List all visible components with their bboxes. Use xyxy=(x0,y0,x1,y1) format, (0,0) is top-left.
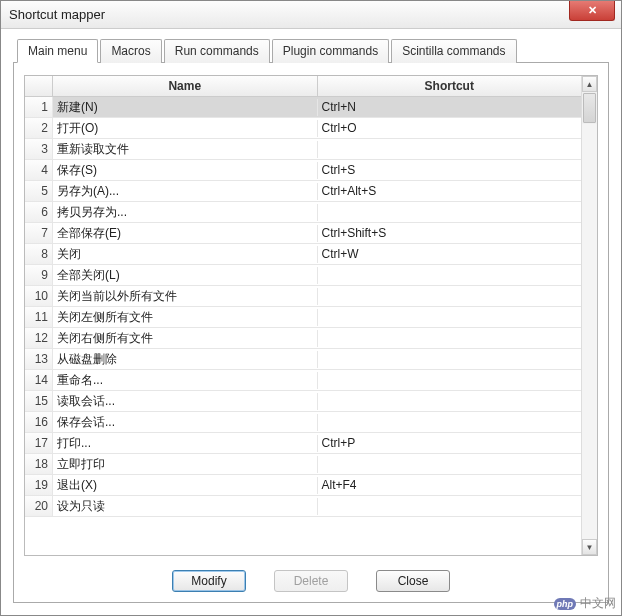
row-index: 14 xyxy=(25,370,53,390)
table-row[interactable]: 6拷贝另存为... xyxy=(25,202,581,223)
row-index: 3 xyxy=(25,139,53,159)
row-index: 9 xyxy=(25,265,53,285)
row-name: 打印... xyxy=(53,435,318,452)
row-index: 5 xyxy=(25,181,53,201)
row-name: 全部保存(E) xyxy=(53,225,318,242)
table-row[interactable]: 13从磁盘删除 xyxy=(25,349,581,370)
row-name: 新建(N) xyxy=(53,99,318,116)
row-index: 10 xyxy=(25,286,53,306)
row-name: 设为只读 xyxy=(53,498,318,515)
table-body: 1新建(N)Ctrl+N2打开(O)Ctrl+O3重新读取文件4保存(S)Ctr… xyxy=(25,97,581,555)
row-index: 4 xyxy=(25,160,53,180)
tab-scintilla-commands[interactable]: Scintilla commands xyxy=(391,39,516,63)
row-name: 重新读取文件 xyxy=(53,141,318,158)
row-name: 保存(S) xyxy=(53,162,318,179)
window-close-button[interactable]: ✕ xyxy=(569,1,615,21)
row-index: 7 xyxy=(25,223,53,243)
row-index: 6 xyxy=(25,202,53,222)
row-name: 全部关闭(L) xyxy=(53,267,318,284)
row-name: 拷贝另存为... xyxy=(53,204,318,221)
tab-macros[interactable]: Macros xyxy=(100,39,161,63)
modify-button[interactable]: Modify xyxy=(172,570,246,592)
header-shortcut[interactable]: Shortcut xyxy=(318,76,582,96)
table-row[interactable]: 16保存会话... xyxy=(25,412,581,433)
table-row[interactable]: 17打印...Ctrl+P xyxy=(25,433,581,454)
row-index: 1 xyxy=(25,97,53,117)
row-index: 20 xyxy=(25,496,53,516)
table-row[interactable]: 10关闭当前以外所有文件 xyxy=(25,286,581,307)
row-index: 8 xyxy=(25,244,53,264)
table-area: Name Shortcut 1新建(N)Ctrl+N2打开(O)Ctrl+O3重… xyxy=(25,76,581,555)
chevron-up-icon: ▲ xyxy=(586,80,594,89)
header-index[interactable] xyxy=(25,76,53,96)
row-name: 读取会话... xyxy=(53,393,318,410)
tab-plugin-commands[interactable]: Plugin commands xyxy=(272,39,389,63)
tab-bar: Main menuMacrosRun commandsPlugin comman… xyxy=(13,39,609,63)
table-header: Name Shortcut xyxy=(25,76,581,97)
table-row[interactable]: 15读取会话... xyxy=(25,391,581,412)
row-shortcut: Ctrl+Alt+S xyxy=(318,184,582,198)
row-name: 退出(X) xyxy=(53,477,318,494)
row-shortcut: Ctrl+W xyxy=(318,247,582,261)
row-name: 立即打印 xyxy=(53,456,318,473)
close-button[interactable]: Close xyxy=(376,570,450,592)
row-name: 关闭 xyxy=(53,246,318,263)
row-index: 2 xyxy=(25,118,53,138)
tab-panel: Name Shortcut 1新建(N)Ctrl+N2打开(O)Ctrl+O3重… xyxy=(13,62,609,603)
row-shortcut: Alt+F4 xyxy=(318,478,582,492)
delete-button: Delete xyxy=(274,570,348,592)
table-row[interactable]: 2打开(O)Ctrl+O xyxy=(25,118,581,139)
row-index: 15 xyxy=(25,391,53,411)
row-name: 打开(O) xyxy=(53,120,318,137)
row-name: 关闭右侧所有文件 xyxy=(53,330,318,347)
shortcut-mapper-window: Shortcut mapper ✕ Main menuMacrosRun com… xyxy=(0,0,622,616)
window-title: Shortcut mapper xyxy=(9,7,105,22)
table-row[interactable]: 7全部保存(E)Ctrl+Shift+S xyxy=(25,223,581,244)
row-index: 19 xyxy=(25,475,53,495)
row-name: 保存会话... xyxy=(53,414,318,431)
scroll-thumb[interactable] xyxy=(583,93,596,123)
row-index: 12 xyxy=(25,328,53,348)
row-shortcut: Ctrl+O xyxy=(318,121,582,135)
table-row[interactable]: 1新建(N)Ctrl+N xyxy=(25,97,581,118)
row-index: 17 xyxy=(25,433,53,453)
vertical-scrollbar[interactable]: ▲ ▼ xyxy=(581,76,597,555)
table-row[interactable]: 8关闭Ctrl+W xyxy=(25,244,581,265)
scroll-up-button[interactable]: ▲ xyxy=(582,76,597,92)
row-name: 从磁盘删除 xyxy=(53,351,318,368)
row-shortcut: Ctrl+Shift+S xyxy=(318,226,582,240)
table-row[interactable]: 14重命名... xyxy=(25,370,581,391)
chevron-down-icon: ▼ xyxy=(586,543,594,552)
close-icon: ✕ xyxy=(588,4,597,17)
tab-run-commands[interactable]: Run commands xyxy=(164,39,270,63)
row-index: 18 xyxy=(25,454,53,474)
row-name: 另存为(A)... xyxy=(53,183,318,200)
scroll-down-button[interactable]: ▼ xyxy=(582,539,597,555)
row-name: 关闭当前以外所有文件 xyxy=(53,288,318,305)
watermark-text: 中文网 xyxy=(580,595,616,612)
table-row[interactable]: 3重新读取文件 xyxy=(25,139,581,160)
table-row[interactable]: 19退出(X)Alt+F4 xyxy=(25,475,581,496)
row-index: 13 xyxy=(25,349,53,369)
row-shortcut: Ctrl+P xyxy=(318,436,582,450)
tab-main-menu[interactable]: Main menu xyxy=(17,39,98,63)
row-name: 重命名... xyxy=(53,372,318,389)
table-row[interactable]: 12关闭右侧所有文件 xyxy=(25,328,581,349)
button-bar: Modify Delete Close xyxy=(24,556,598,592)
header-name[interactable]: Name xyxy=(53,76,318,96)
row-index: 16 xyxy=(25,412,53,432)
table-row[interactable]: 9全部关闭(L) xyxy=(25,265,581,286)
row-name: 关闭左侧所有文件 xyxy=(53,309,318,326)
php-logo-icon: php xyxy=(554,598,577,610)
scroll-track[interactable] xyxy=(582,124,597,539)
table-row[interactable]: 18立即打印 xyxy=(25,454,581,475)
table-row[interactable]: 11关闭左侧所有文件 xyxy=(25,307,581,328)
table-row[interactable]: 4保存(S)Ctrl+S xyxy=(25,160,581,181)
row-shortcut: Ctrl+N xyxy=(318,100,582,114)
shortcut-table: Name Shortcut 1新建(N)Ctrl+N2打开(O)Ctrl+O3重… xyxy=(24,75,598,556)
row-index: 11 xyxy=(25,307,53,327)
table-row[interactable]: 5另存为(A)...Ctrl+Alt+S xyxy=(25,181,581,202)
table-row[interactable]: 20设为只读 xyxy=(25,496,581,517)
titlebar: Shortcut mapper ✕ xyxy=(1,1,621,29)
watermark: php 中文网 xyxy=(554,595,617,612)
